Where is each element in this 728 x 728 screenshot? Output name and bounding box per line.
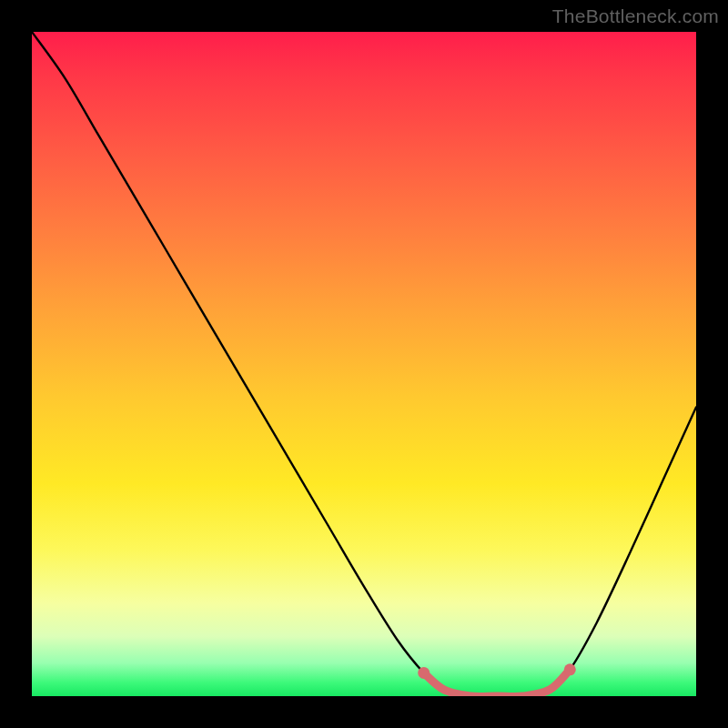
bottleneck-curve-path [32,32,696,696]
highlight-end-dot [564,663,576,675]
watermark-text: TheBottleneck.com [552,5,719,27]
highlight-start-dot [418,667,430,679]
chart-frame: TheBottleneck.com [0,0,728,728]
plot-area [32,32,696,696]
curve-layer [32,32,696,696]
bottleneck-highlight-path [424,670,571,696]
